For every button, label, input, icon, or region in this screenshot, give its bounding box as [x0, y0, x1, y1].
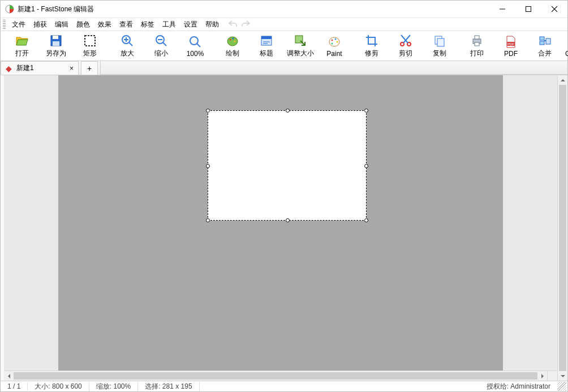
paint-palette-icon: [226, 34, 239, 48]
svg-rect-1: [526, 7, 531, 12]
svg-rect-31: [540, 41, 544, 45]
menubar-handle[interactable]: [3, 20, 6, 29]
copy-button[interactable]: 复制: [423, 32, 457, 59]
menu-tags[interactable]: 标签: [137, 19, 158, 31]
selection-handle-nw[interactable]: [206, 109, 210, 113]
scroll-down-button[interactable]: [558, 371, 567, 381]
toolbar: 打开 另存为 矩形 放大 缩小 100% 绘制 标题: [1, 31, 567, 61]
redo-button[interactable]: [241, 20, 250, 29]
tab-active[interactable]: ◆ 新建1 ×: [1, 61, 79, 75]
saveas-button[interactable]: 另存为: [39, 32, 73, 59]
menu-tools[interactable]: 工具: [158, 19, 180, 31]
titlebar: 新建1 - FastStone 编辑器: [1, 1, 567, 18]
crop-icon: [365, 34, 378, 48]
paint-button[interactable]: Paint: [317, 32, 351, 59]
svg-rect-27: [475, 42, 479, 46]
svg-text:PDF: PDF: [507, 42, 514, 45]
onenote-button[interactable]: N OneNote: [562, 32, 568, 59]
status-size: 大小: 800 x 600: [28, 382, 89, 391]
draw-button[interactable]: 绘制: [216, 32, 249, 59]
status-license: 授权给: Administrator: [480, 382, 557, 391]
svg-rect-32: [546, 38, 550, 44]
tabs-bar: ◆ 新建1 × +: [1, 61, 567, 75]
selection-handle-w[interactable]: [206, 164, 210, 168]
maximize-button[interactable]: [515, 1, 541, 18]
zoom-out-button[interactable]: 缩小: [144, 32, 178, 59]
canvas-area[interactable]: [4, 75, 557, 371]
scroll-left-button[interactable]: [4, 371, 14, 381]
menu-help[interactable]: 帮助: [201, 19, 223, 31]
dirty-indicator-icon: ◆: [6, 64, 12, 72]
printer-icon: [470, 34, 484, 48]
selection-rect[interactable]: [208, 110, 367, 221]
scissors-icon: [399, 34, 412, 48]
svg-rect-5: [85, 36, 95, 46]
scroll-up-button[interactable]: [558, 75, 567, 85]
resize-grip[interactable]: [557, 382, 566, 391]
menu-settings[interactable]: 设置: [180, 19, 201, 31]
svg-rect-24: [437, 38, 444, 46]
svg-point-12: [234, 41, 236, 42]
tab-label: 新建1: [16, 63, 34, 73]
svg-point-11: [233, 38, 234, 40]
app-icon: [5, 5, 14, 14]
print-button[interactable]: 打印: [460, 32, 494, 59]
hscroll-thumb[interactable]: [14, 372, 537, 380]
minimize-button[interactable]: [489, 1, 515, 18]
merge-icon: [538, 34, 552, 48]
selection-handle-sw[interactable]: [206, 218, 210, 222]
horizontal-scrollbar[interactable]: [4, 371, 557, 381]
copy-icon: [433, 34, 446, 48]
zoom-in-button[interactable]: 放大: [110, 32, 144, 59]
mspaint-icon: [328, 35, 341, 49]
marquee-icon: [83, 34, 97, 48]
folder-open-icon: [15, 34, 29, 48]
svg-rect-4: [53, 41, 59, 46]
svg-point-18: [335, 38, 337, 40]
status-selection: 选择: 281 x 195: [138, 382, 199, 391]
status-zoom: 缩放: 100%: [89, 382, 138, 391]
resize-icon: [294, 34, 307, 48]
menu-effects[interactable]: 效果: [94, 19, 115, 31]
selection-handle-n[interactable]: [286, 109, 290, 113]
tab-close-button[interactable]: ×: [70, 64, 74, 72]
open-button[interactable]: 打开: [5, 32, 39, 59]
pdf-icon: PDF: [504, 35, 518, 49]
zoom-100-button[interactable]: 100%: [178, 32, 212, 59]
svg-rect-30: [540, 37, 544, 40]
canvas-viewport[interactable]: [58, 75, 503, 371]
resize-button[interactable]: 调整大小: [283, 32, 317, 59]
menu-color[interactable]: 颜色: [72, 19, 94, 31]
scroll-right-button[interactable]: [537, 371, 547, 381]
svg-point-20: [332, 42, 333, 44]
pdf-button[interactable]: PDF PDF: [494, 32, 528, 59]
close-window-button[interactable]: [541, 1, 567, 18]
menu-edit[interactable]: 编辑: [51, 19, 72, 31]
vertical-scrollbar[interactable]: [557, 75, 567, 381]
rectangle-select-button[interactable]: 矩形: [73, 32, 107, 59]
selection-handle-e[interactable]: [364, 164, 368, 168]
selection-handle-ne[interactable]: [364, 109, 368, 113]
cut-button[interactable]: 剪切: [389, 32, 423, 59]
menu-view[interactable]: 查看: [115, 19, 137, 31]
menu-capture[interactable]: 捕获: [29, 19, 51, 31]
svg-point-8: [190, 37, 198, 45]
zoom-out-icon: [154, 34, 168, 48]
vscroll-thumb[interactable]: [559, 85, 566, 371]
undo-button[interactable]: [229, 20, 238, 29]
merge-button[interactable]: 合并: [528, 32, 562, 59]
selection-handle-s[interactable]: [286, 218, 290, 222]
workarea: [1, 75, 567, 381]
tab-add-button[interactable]: +: [81, 61, 98, 75]
crop-button[interactable]: 修剪: [355, 32, 389, 59]
svg-point-17: [332, 39, 333, 41]
floppy-icon: [49, 34, 63, 48]
svg-point-19: [337, 41, 338, 42]
svg-rect-14: [261, 36, 272, 39]
window-title: 新建1 - FastStone 编辑器: [18, 5, 94, 14]
zoom-icon: [188, 35, 202, 49]
selection-handle-se[interactable]: [364, 218, 368, 222]
title-button[interactable]: 标题: [249, 32, 283, 59]
zoom-in-icon: [121, 34, 134, 48]
menu-file[interactable]: 文件: [8, 19, 29, 31]
